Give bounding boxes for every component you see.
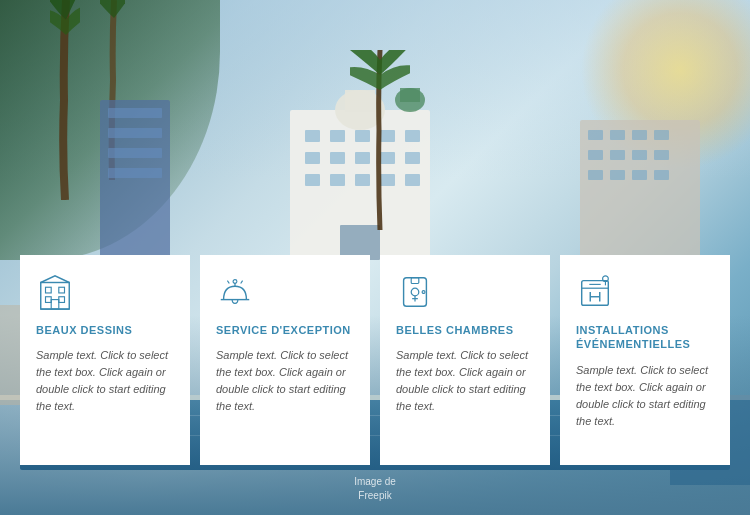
image-credit: Image de Freepik bbox=[354, 475, 396, 503]
svg-rect-37 bbox=[411, 278, 419, 284]
card-3-title: BELLES CHAMBRES bbox=[396, 323, 534, 337]
building-icon bbox=[36, 273, 76, 313]
svg-line-32 bbox=[241, 281, 243, 284]
svg-rect-5 bbox=[305, 130, 320, 142]
cards-container: BEAUX DESSINS Sample text. Click to sele… bbox=[20, 255, 730, 465]
key-icon bbox=[396, 273, 436, 313]
svg-line-31 bbox=[227, 281, 229, 284]
card-2-text: Sample text. Click to select the text bo… bbox=[216, 347, 354, 415]
right-buildings bbox=[580, 120, 700, 260]
svg-rect-25 bbox=[59, 297, 65, 303]
card-1-text: Sample text. Click to select the text bo… bbox=[36, 347, 174, 415]
card-installations: INSTALLATIONS ÉVÉNEMENTIELLES Sample tex… bbox=[560, 255, 730, 465]
svg-rect-26 bbox=[51, 300, 59, 310]
image-credit-line1: Image de bbox=[354, 476, 396, 487]
card-4-text: Sample text. Click to select the text bo… bbox=[576, 362, 714, 430]
card-3-text: Sample text. Click to select the text bo… bbox=[396, 347, 534, 415]
hotel-icon bbox=[576, 273, 616, 313]
card-beaux-dessins: BEAUX DESSINS Sample text. Click to sele… bbox=[20, 255, 190, 465]
palm-trunk bbox=[50, 0, 80, 200]
svg-rect-24 bbox=[46, 297, 52, 303]
svg-point-30 bbox=[233, 280, 237, 284]
svg-point-38 bbox=[422, 291, 425, 294]
card-service-exception: SERVICE D'EXCEPTION Sample text. Click t… bbox=[200, 255, 370, 465]
center-palm bbox=[350, 50, 410, 230]
card-2-title: SERVICE D'EXCEPTION bbox=[216, 323, 354, 337]
svg-rect-23 bbox=[59, 287, 65, 293]
card-4-title: INSTALLATIONS ÉVÉNEMENTIELLES bbox=[576, 323, 714, 352]
svg-rect-33 bbox=[404, 278, 427, 307]
svg-rect-21 bbox=[41, 283, 70, 310]
svg-rect-10 bbox=[305, 152, 320, 164]
svg-rect-11 bbox=[330, 152, 345, 164]
svg-point-34 bbox=[411, 288, 419, 296]
svg-rect-16 bbox=[330, 174, 345, 186]
image-credit-line2: Freepik bbox=[358, 490, 391, 501]
svg-rect-15 bbox=[305, 174, 320, 186]
beach-chairs-left bbox=[0, 305, 22, 405]
svg-rect-22 bbox=[46, 287, 52, 293]
left-building bbox=[100, 100, 170, 260]
bell-icon bbox=[216, 273, 256, 313]
card-1-title: BEAUX DESSINS bbox=[36, 323, 174, 337]
card-belles-chambres: BELLES CHAMBRES Sample text. Click to se… bbox=[380, 255, 550, 465]
svg-rect-6 bbox=[330, 130, 345, 142]
